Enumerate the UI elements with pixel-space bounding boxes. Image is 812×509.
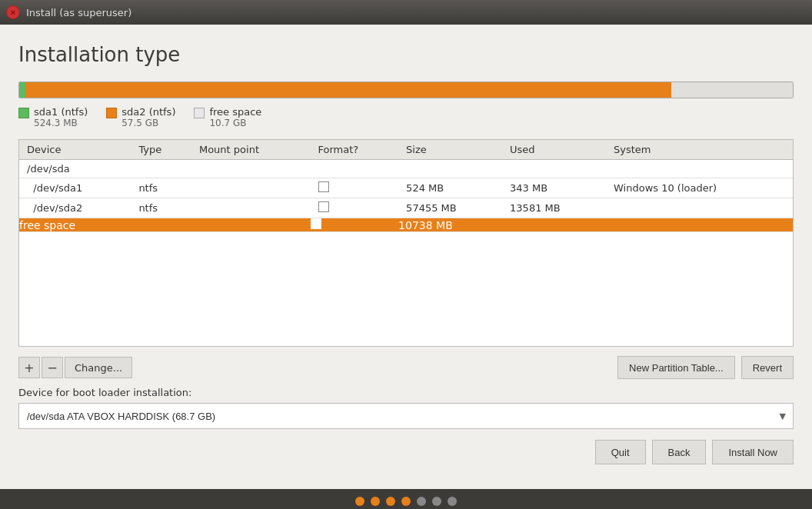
col-device: Device xyxy=(19,140,131,160)
legend-sda2: sda2 (ntfs) 57.5 GB xyxy=(106,106,175,128)
row-device: /dev/sda1 xyxy=(19,178,131,198)
col-mount: Mount point xyxy=(191,140,311,160)
page-title: Installation type xyxy=(18,43,794,66)
format-checkbox[interactable] xyxy=(318,181,329,192)
row-used: 13581 MB xyxy=(502,198,606,218)
progress-dot-5 xyxy=(417,497,426,506)
row-system: Windows 10 (loader) xyxy=(606,178,793,198)
row-size: 524 MB xyxy=(398,178,502,198)
title-bar-text: Install (as superuser) xyxy=(26,7,131,18)
progress-dot-1 xyxy=(355,497,364,506)
format-checkbox[interactable] xyxy=(311,218,321,229)
legend-size-sda2: 57.5 GB xyxy=(121,118,175,128)
title-bar: Install (as superuser) xyxy=(0,0,812,25)
legend-name-free: free space xyxy=(209,106,261,118)
legend-size-free: 10.7 GB xyxy=(209,118,261,128)
progress-dot-4 xyxy=(401,497,411,506)
partition-table-wrapper: Device Type Mount point Format? Size Use… xyxy=(18,139,794,347)
row-used: 343 MB xyxy=(502,178,606,198)
row-format xyxy=(311,218,399,232)
legend-size-sda1: 524.3 MB xyxy=(34,118,88,128)
disk-legend: sda1 (ntfs) 524.3 MB sda2 (ntfs) 57.5 GB… xyxy=(18,106,794,128)
row-type: ntfs xyxy=(131,198,191,218)
legend-color-free xyxy=(194,108,205,118)
change-button[interactable]: Change... xyxy=(65,357,132,378)
col-system: System xyxy=(606,140,793,160)
boot-loader-label: Device for boot loader installation: xyxy=(18,387,794,398)
disk-bar-sda1 xyxy=(19,82,25,98)
progress-dot-6 xyxy=(432,497,441,506)
partition-controls: + − Change... New Partition Table... Rev… xyxy=(18,356,794,379)
table-row[interactable]: /dev/sda xyxy=(19,160,793,178)
main-content: Installation type sda1 (ntfs) 524.3 MB s… xyxy=(0,25,812,489)
disk-bar-sda2 xyxy=(25,82,671,98)
left-buttons: + − Change... xyxy=(18,357,132,378)
progress-dot-3 xyxy=(386,497,395,506)
table-row[interactable]: /dev/sda1 ntfs 524 MB 343 MB Windows 10 … xyxy=(19,178,793,198)
install-now-button[interactable]: Install Now xyxy=(712,440,794,464)
new-partition-table-button[interactable]: New Partition Table... xyxy=(617,356,735,379)
legend-color-sda1 xyxy=(18,108,29,118)
row-format xyxy=(311,198,399,218)
col-type: Type xyxy=(131,140,191,160)
add-partition-button[interactable]: + xyxy=(18,357,40,378)
right-buttons: New Partition Table... Revert xyxy=(617,356,794,379)
row-type: ntfs xyxy=(131,178,191,198)
row-mount xyxy=(191,178,311,198)
col-size: Size xyxy=(398,140,502,160)
table-row[interactable]: free space 10738 MB xyxy=(19,218,793,232)
partition-table: Device Type Mount point Format? Size Use… xyxy=(19,140,793,232)
row-size: 10738 MB xyxy=(398,218,502,232)
device-header-label: /dev/sda xyxy=(19,160,793,178)
disk-bar xyxy=(18,82,794,98)
legend-name-sda2: sda2 (ntfs) xyxy=(121,106,175,118)
boot-loader-select[interactable]: /dev/sda ATA VBOX HARDDISK (68.7 GB) xyxy=(18,403,794,429)
back-button[interactable]: Back xyxy=(652,440,707,464)
close-button[interactable] xyxy=(6,5,20,19)
row-mount xyxy=(191,218,311,232)
quit-button[interactable]: Quit xyxy=(595,440,646,464)
table-row[interactable]: /dev/sda2 ntfs 57455 MB 13581 MB xyxy=(19,198,793,218)
col-format: Format? xyxy=(311,140,399,160)
table-header-row: Device Type Mount point Format? Size Use… xyxy=(19,140,793,160)
row-size: 57455 MB xyxy=(398,198,502,218)
row-system xyxy=(606,218,793,232)
row-format xyxy=(311,178,399,198)
boot-loader-select-wrapper: /dev/sda ATA VBOX HARDDISK (68.7 GB) xyxy=(18,403,794,429)
row-device: /dev/sda2 xyxy=(19,198,131,218)
boot-loader-section: Device for boot loader installation: /de… xyxy=(18,387,794,429)
row-used xyxy=(502,218,606,232)
format-checkbox[interactable] xyxy=(318,201,329,212)
revert-button[interactable]: Revert xyxy=(741,356,794,379)
legend-name-sda1: sda1 (ntfs) xyxy=(34,106,88,118)
row-system xyxy=(606,198,793,218)
legend-sda1: sda1 (ntfs) 524.3 MB xyxy=(18,106,88,128)
col-used: Used xyxy=(502,140,606,160)
row-device: free space xyxy=(19,218,131,232)
progress-dots xyxy=(0,489,812,509)
legend-free: free space 10.7 GB xyxy=(194,106,261,128)
row-mount xyxy=(191,198,311,218)
final-buttons: Quit Back Install Now xyxy=(18,440,794,464)
progress-dot-2 xyxy=(371,497,380,506)
legend-color-sda2 xyxy=(106,108,117,118)
disk-bar-free xyxy=(671,82,793,98)
progress-dot-7 xyxy=(448,497,457,506)
row-type xyxy=(131,218,191,232)
remove-partition-button[interactable]: − xyxy=(42,357,63,378)
